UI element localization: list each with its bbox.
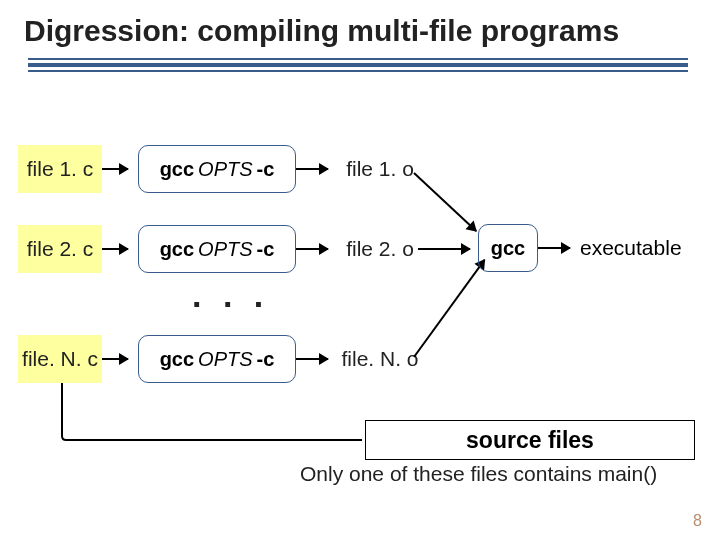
flag-label: -c <box>257 158 275 181</box>
opts-label: OPTS <box>198 158 252 181</box>
slide-title: Digression: compiling multi-file program… <box>0 0 720 48</box>
compile-cmd-1: gcc OPTS -c <box>138 145 296 193</box>
arrow-icon <box>102 248 128 250</box>
source-file-2: file 2. c <box>18 225 102 273</box>
title-underline <box>28 58 688 72</box>
gcc-label: gcc <box>160 158 194 181</box>
arrow-icon <box>418 248 470 250</box>
arrow-icon <box>296 168 328 170</box>
compile-cmd-2: gcc OPTS -c <box>138 225 296 273</box>
arrow-icon <box>102 358 128 360</box>
flag-label: -c <box>257 238 275 261</box>
arrow-icon <box>413 172 477 231</box>
arrow-icon <box>102 168 128 170</box>
arrow-icon <box>538 247 570 249</box>
main-note: Only one of these files contains main() <box>300 462 657 486</box>
arrow-icon <box>296 248 328 250</box>
link-cmd: gcc <box>478 224 538 272</box>
ellipsis: . . . <box>192 276 269 315</box>
source-file-n: file. N. c <box>18 335 102 383</box>
object-file-n: file. N. o <box>338 335 422 383</box>
gcc-label: gcc <box>160 348 194 371</box>
object-file-1: file 1. o <box>338 145 422 193</box>
executable-label: executable <box>580 236 682 260</box>
arrow-icon <box>296 358 328 360</box>
gcc-label: gcc <box>160 238 194 261</box>
source-file-1: file 1. c <box>18 145 102 193</box>
flag-label: -c <box>257 348 275 371</box>
compile-cmd-n: gcc OPTS -c <box>138 335 296 383</box>
opts-label: OPTS <box>198 348 252 371</box>
object-file-2: file 2. o <box>338 225 422 273</box>
page-number: 8 <box>693 512 702 530</box>
opts-label: OPTS <box>198 238 252 261</box>
source-files-box: source files <box>365 420 695 460</box>
arrow-icon <box>413 259 485 357</box>
